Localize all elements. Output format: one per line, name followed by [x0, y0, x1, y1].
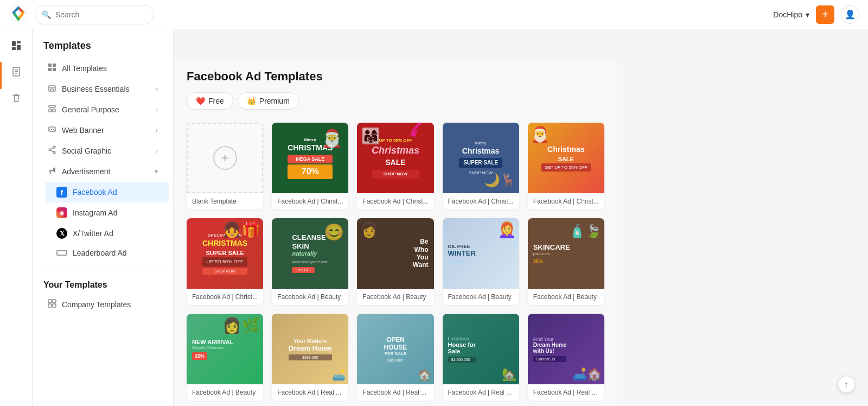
- filter-free-label: Free: [208, 97, 224, 105]
- search-bar[interactable]: 🔍: [35, 5, 154, 24]
- xmas1-label: Facebook Ad | Christ...: [272, 193, 348, 210]
- template-card-beauty4[interactable]: SKINCARE products 35% 🧴🍃 Facebook Ad | B…: [528, 218, 604, 305]
- building-icon: [48, 84, 56, 94]
- template-grid-row3: NEW ARRIVAL Beauty Skincare 25% 👩🌿 Faceb…: [187, 314, 604, 401]
- search-icon: 🔍: [42, 10, 51, 19]
- svg-rect-16: [53, 109, 55, 112]
- template-card-xmas3[interactable]: Merry Christmas SUPER SALE SHOP NOW 🌙🦌 F…: [443, 123, 519, 210]
- beauty4-label: Facebook Ad | Beauty: [528, 289, 604, 305]
- svg-rect-26: [53, 304, 56, 307]
- create-button[interactable]: +: [816, 5, 834, 24]
- add-template-icon: +: [213, 146, 237, 170]
- sidebar-item-social[interactable]: Social Graphic ›: [37, 141, 169, 161]
- template-card-blank[interactable]: + Blank Template: [187, 123, 263, 210]
- svg-rect-12: [53, 68, 56, 71]
- xmas4-thumbnail: Christmas SALE GET UP TO 50% OFF 🎅: [528, 123, 604, 193]
- template-card-xmas4[interactable]: Christmas SALE GET UP TO 50% OFF 🎅 Faceb…: [528, 123, 604, 210]
- xmas2-label: Facebook Ad | Christ...: [357, 193, 433, 210]
- template-card-real1[interactable]: Your Modern Dream Home $999,000 🛋️ Faceb…: [272, 314, 348, 401]
- svg-rect-13: [49, 86, 55, 91]
- svg-rect-11: [48, 68, 52, 71]
- svg-point-19: [53, 151, 55, 154]
- real3-label: Facebook Ad | Real ...: [443, 384, 519, 401]
- xmas1-thumbnail: Merry CHRISTMAS MEGA SALE 70% 🎅: [272, 123, 348, 193]
- sidebar-item-general[interactable]: General Purpose ›: [37, 99, 169, 120]
- beauty3-thumbnail: OIL FREE WINTER ❄️ ❄️ ❄️ 👩‍🦰: [443, 218, 519, 289]
- filter-premium[interactable]: 👑 Premium: [238, 92, 299, 110]
- chevron-down-icon: ▾: [806, 10, 809, 19]
- sidebar-item-company-templates[interactable]: Company Templates: [37, 294, 169, 315]
- chevron-down-icon2: ▾: [155, 168, 158, 175]
- beauty5-thumbnail: NEW ARRIVAL Beauty Skincare 25% 👩🌿: [187, 314, 263, 384]
- sidebar-item-all-templates[interactable]: All Templates: [37, 58, 169, 79]
- real2-thumbnail: OPEN HOUSE FOR SALE $850,000 🏠: [357, 314, 433, 384]
- template-card-real3[interactable]: Luxurious House forSale $1,200,000 🏡 Fac…: [443, 314, 519, 401]
- xmas4-label: Facebook Ad | Christ...: [528, 193, 604, 210]
- svg-rect-15: [49, 109, 52, 112]
- template-card-xmas1[interactable]: Merry CHRISTMAS MEGA SALE 70% 🎅 Facebook…: [272, 123, 348, 210]
- share-icon: [48, 145, 56, 156]
- sidebar-item-instagram-ad[interactable]: ◉ Instagram Ad: [46, 202, 169, 223]
- grid-icon: [48, 63, 56, 74]
- search-input[interactable]: [55, 10, 147, 19]
- template-card-xmas2[interactable]: UP TO 50% OFF Christmas SALE SHOP NOW 👨‍…: [357, 123, 433, 210]
- chevron-right-icon2: ›: [156, 106, 158, 113]
- layout-icon: [48, 104, 56, 115]
- beauty1-thumbnail: CLEANSESKIN naturally www.beautycare.com…: [272, 218, 348, 289]
- top-right-actions: DocHipo ▾ + 👤: [773, 5, 859, 24]
- sidebar-divider: [41, 269, 164, 269]
- xmas3-label: Facebook Ad | Christ...: [443, 193, 519, 210]
- sidebar-item-facebook-ad[interactable]: f Facebook Ad: [46, 182, 169, 202]
- template-card-real2[interactable]: OPEN HOUSE FOR SALE $850,000 🏠 Facebook …: [357, 314, 433, 401]
- beauty2-label: Facebook Ad | Beauty: [357, 289, 433, 305]
- xmas2-thumbnail: UP TO 50% OFF Christmas SALE SHOP NOW 👨‍…: [357, 123, 433, 193]
- image-icon: [48, 125, 56, 136]
- beauty1-label: Facebook Ad | Beauty: [272, 289, 348, 305]
- beauty0-thumbnail: SPECIAL OFFER CHRISTMAS SUPER SALE UP TO…: [187, 218, 263, 289]
- heart-icon: ❤️: [196, 97, 205, 105]
- sidebar-item-advertisement[interactable]: Advertisement ▾: [37, 161, 169, 182]
- filter-premium-label: Premium: [259, 97, 290, 105]
- beauty2-thumbnail: BeWhoYouWant 👩: [357, 218, 433, 289]
- logo[interactable]: [9, 4, 28, 26]
- top-bar: 🔍 DocHipo ▾ + 👤: [0, 0, 868, 29]
- template-card-beauty1[interactable]: CLEANSESKIN naturally www.beautycare.com…: [272, 218, 348, 305]
- sidebar-item-business[interactable]: Business Essentials ›: [37, 79, 169, 99]
- icon-bar-trash[interactable]: [5, 87, 27, 109]
- icon-bar-templates[interactable]: [5, 35, 27, 56]
- icon-bar: [0, 29, 33, 406]
- sidebar-item-leaderboard-ad[interactable]: Leaderboard Ad: [46, 244, 169, 262]
- template-card-beauty2[interactable]: BeWhoYouWant 👩 Facebook Ad | Beauty: [357, 218, 433, 305]
- instagram-icon: ◉: [56, 207, 67, 218]
- scroll-to-top-button[interactable]: ↑: [838, 376, 855, 393]
- template-grid-row1: + Blank Template Merry CHRISTMAS MEGA SA…: [187, 123, 604, 210]
- sidebar: Templates All Templates Business Essenti…: [33, 29, 174, 406]
- beauty0-label: Facebook Ad | Christ...: [187, 289, 263, 305]
- crown-icon: 👑: [247, 97, 256, 105]
- svg-line-22: [51, 150, 53, 152]
- leaderboard-label: Leaderboard Ad: [73, 249, 127, 257]
- svg-rect-14: [49, 105, 55, 107]
- blank-label: Blank Template: [187, 193, 263, 210]
- dochipo-menu[interactable]: DocHipo ▾: [773, 10, 809, 19]
- svg-rect-4: [12, 47, 16, 50]
- template-card-beauty5[interactable]: NEW ARRIVAL Beauty Skincare 25% 👩🌿 Faceb…: [187, 314, 263, 401]
- sidebar-item-x-twitter-ad[interactable]: 𝕏 X/Twitter Ad: [46, 223, 169, 244]
- template-card-beauty3[interactable]: OIL FREE WINTER ❄️ ❄️ ❄️ 👩‍🦰 Facebook Ad…: [443, 218, 519, 305]
- instagram-ad-label: Instagram Ad: [73, 208, 118, 217]
- beauty3-label: Facebook Ad | Beauty: [443, 289, 519, 305]
- user-menu[interactable]: 👤: [841, 5, 859, 24]
- facebook-ad-label: Facebook Ad: [73, 188, 117, 196]
- filter-free[interactable]: ❤️ Free: [187, 92, 233, 110]
- leaderboard-icon: [56, 250, 67, 256]
- brand-name: DocHipo: [773, 10, 802, 19]
- your-templates-title: Your Templates: [33, 276, 173, 294]
- sidebar-item-web-banner[interactable]: Web Banner ›: [37, 120, 169, 141]
- main-content: Facebook Ad Templates ❤️ Free 👑 Premium …: [174, 59, 617, 406]
- template-card-beauty0[interactable]: SPECIAL OFFER CHRISTMAS SUPER SALE UP TO…: [187, 218, 263, 305]
- icon-bar-documents[interactable]: [5, 61, 27, 83]
- template-card-real4[interactable]: Find Your Dream Homewith Us! Contact Us …: [528, 314, 604, 401]
- svg-point-20: [49, 149, 51, 151]
- templates-section-title: Templates: [33, 40, 173, 58]
- real3-thumbnail: Luxurious House forSale $1,200,000 🏡: [443, 314, 519, 384]
